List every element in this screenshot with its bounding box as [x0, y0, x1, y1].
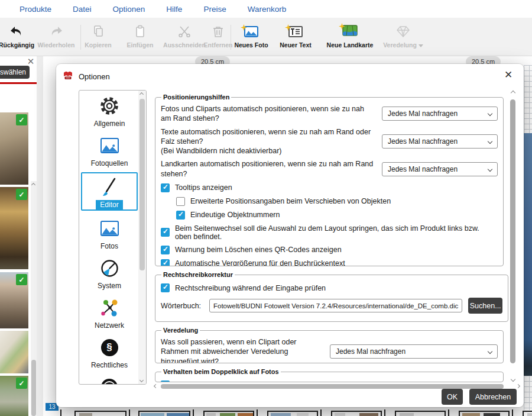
menu-warenkorb[interactable]: Warenkorb [248, 5, 287, 14]
setting-label: Landkarten automatisch positionieren, we… [161, 159, 382, 179]
photo-thumbnail[interactable]: ✓ [0, 187, 28, 269]
sidebar-item-netzwerk[interactable]: Netzwerk [79, 292, 140, 332]
scrollbar-thumb[interactable] [510, 99, 515, 363]
checkbox-spellcheck[interactable]: Rechtschreibung während der Eingabe prüf… [161, 283, 502, 292]
menu-datei[interactable]: Datei [73, 5, 92, 14]
sidebar-item-fotos[interactable]: Fotos [79, 213, 140, 253]
maps-position-dropdown[interactable]: Jedes Mal nachfragen [382, 162, 498, 176]
group-legend: Verhalten beim Doppelklick auf Fotos [161, 368, 281, 375]
finishing-dropdown[interactable]: Jedes Mal nachfragen [330, 344, 498, 359]
canvas-background [37, 56, 43, 416]
dictionary-path-input[interactable]: Fotowelt/BUDNI Fotowelt Version 7.2.4/Re… [209, 299, 462, 312]
checkbox-icon[interactable] [161, 228, 170, 237]
dialog-close-icon[interactable]: ✕ [502, 69, 514, 81]
cancel-button[interactable]: Abbrechen [469, 389, 517, 405]
checkbox-tooltips[interactable]: Tooltips anzeigen [161, 183, 498, 192]
photo-thumbnail[interactable]: ✓ [0, 272, 28, 328]
scroll-up-icon[interactable] [511, 91, 515, 95]
menu-preise[interactable]: Preise [203, 5, 226, 14]
checkbox-spine-text[interactable]: Automatische Vergrößerung für den Buchrü… [161, 259, 498, 266]
dialog-titlebar: Optionen [63, 71, 110, 82]
new-photo-button[interactable]: Neues Foto [232, 23, 271, 53]
scroll-left-icon[interactable] [154, 384, 158, 388]
headset-icon [100, 377, 119, 385]
checkbox-partial[interactable] [161, 380, 498, 382]
undo-button[interactable]: Rückgängig [0, 23, 37, 53]
checkbox-qr-warning[interactable]: Warnung beim Löschen eines QR-Codes anze… [161, 246, 498, 254]
photo-thumbnail[interactable]: ✓ [0, 331, 28, 373]
positioning-group: Positionierungshilfen Fotos und Cliparts… [155, 93, 504, 266]
setting-label: Was soll passieren, wenn ein Clipart ode… [161, 337, 330, 363]
scroll-up-icon[interactable] [31, 183, 35, 187]
checkbox-extended-position[interactable]: Erweiterte Positionsangaben beim Verschi… [176, 197, 498, 206]
scrollbar-thumb[interactable] [140, 99, 145, 270]
scroll-down-icon[interactable] [511, 377, 515, 382]
sidebar-item-service[interactable]: Service [79, 372, 140, 385]
chevron-down-icon [488, 349, 492, 354]
menu-produkte[interactable]: Produkte [20, 5, 51, 14]
sidebar-item-rechtliches[interactable]: § Rechtliches [79, 332, 140, 372]
new-map-button[interactable]: Neue Landkarte [322, 23, 378, 53]
scroll-down-icon[interactable] [140, 378, 144, 382]
setting-row: Fotos und Cliparts automatisch positioni… [161, 104, 498, 124]
scroll-up-icon[interactable] [140, 92, 144, 96]
app-window: Produkte Datei Optionen Hilfe Preise War… [0, 0, 532, 416]
scroll-right-icon[interactable] [516, 384, 520, 388]
checkbox-icon[interactable] [176, 211, 185, 220]
redo-icon [35, 23, 77, 40]
paste-button[interactable]: Einfügen [121, 23, 160, 53]
checkbox-icon[interactable] [176, 197, 185, 206]
sidebar-item-fotoquellen[interactable]: Fotoquellen [79, 130, 140, 170]
finishing-group: Veredelung Was soll passieren, wenn ein … [155, 327, 504, 363]
setting-row: Was soll passieren, wenn ein Clipart ode… [161, 337, 498, 363]
app-logo-icon [63, 71, 73, 82]
checkbox-icon[interactable] [161, 380, 170, 382]
ok-button[interactable]: OK [442, 389, 463, 405]
new-text-button[interactable]: Neuer Text [275, 23, 316, 53]
diamond-icon [382, 23, 424, 40]
content-vertical-scrollbar[interactable] [509, 90, 517, 382]
sidebar-scrollbar[interactable] [138, 91, 146, 384]
doubleclick-group: Verhalten beim Doppelklick auf Fotos [155, 368, 504, 382]
photo-panel-scrollbar[interactable] [31, 181, 37, 416]
search-dictionary-button[interactable]: Suchen... [468, 298, 502, 314]
sidebar-item-editor[interactable]: Editor [81, 172, 138, 211]
selected-check-icon: ✓ [16, 189, 27, 200]
finishing-button[interactable]: Veredelung [382, 23, 424, 53]
options-dialog: Optionen ✕ Allgemein Fotoquellen [56, 64, 524, 407]
group-legend: Veredelung [161, 327, 200, 334]
checkbox-icon[interactable] [161, 183, 170, 192]
setting-label: Texte automatisch positionieren, wenn si… [161, 127, 382, 156]
copy-button[interactable]: Kopieren [79, 23, 118, 53]
sidebar-item-system[interactable]: System [79, 253, 140, 292]
checkbox-icon[interactable] [161, 259, 170, 266]
options-sidebar: Allgemein Fotoquellen Editor [79, 90, 147, 385]
checkbox-icon[interactable] [161, 246, 170, 254]
checkbox-icon[interactable] [161, 283, 170, 292]
menu-hilfe[interactable]: Hilfe [166, 5, 182, 14]
menu-optionen[interactable]: Optionen [113, 5, 145, 14]
panel-close-icon[interactable]: ✕ [26, 57, 35, 66]
checkbox-page-change[interactable]: Beim Seitenwechsel soll die Auswahl zu d… [161, 224, 498, 241]
page-strip[interactable] [37, 409, 532, 416]
photo-thumbnail[interactable]: ✓ [0, 376, 28, 416]
photo-icon [100, 136, 119, 156]
group-legend: Positionierungshilfen [161, 93, 231, 101]
undo-icon [0, 23, 37, 40]
scrollbar-thumb[interactable] [161, 384, 504, 389]
photo-thumbnail[interactable]: ✓ [0, 112, 28, 185]
sidebar-item-label: Netzwerk [95, 321, 124, 330]
content-horizontal-scrollbar[interactable] [153, 383, 521, 390]
page-grid [524, 65, 532, 133]
select-photos-button[interactable]: Auswählen [0, 66, 30, 79]
photos-position-dropdown[interactable]: Jedes Mal nachfragen [382, 107, 498, 121]
texts-position-dropdown[interactable]: Jedes Mal nachfragen [382, 134, 498, 149]
checkbox-object-numbers[interactable]: Eindeutige Objektnummern [176, 211, 498, 220]
panel-active-underline [0, 82, 37, 84]
setting-row: Landkarten automatisch positionieren, we… [161, 159, 498, 179]
chevron-down-icon [488, 139, 492, 144]
scrollbar-thumb[interactable] [31, 360, 36, 416]
sidebar-item-allgemein[interactable]: Allgemein [79, 91, 140, 130]
redo-button[interactable]: Wiederholen [35, 23, 77, 53]
sidebar-item-label: Editor [96, 200, 122, 209]
